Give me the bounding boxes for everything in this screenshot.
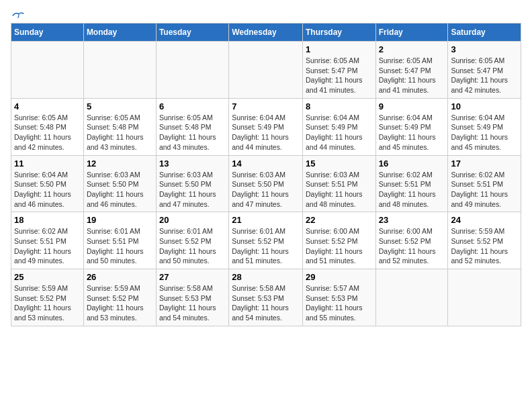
header-day-tuesday: Tuesday (156, 24, 228, 42)
day-number: 8 (306, 101, 373, 111)
day-number: 27 (159, 272, 226, 282)
day-info: Sunrise: 5:59 AMSunset: 5:52 PMDaylight:… (14, 283, 81, 323)
day-number: 22 (306, 215, 373, 225)
day-info: Sunrise: 6:03 AMSunset: 5:51 PMDaylight:… (306, 170, 373, 210)
day-info: Sunrise: 5:59 AMSunset: 5:52 PMDaylight:… (451, 226, 518, 266)
calendar-cell: 23Sunrise: 6:00 AMSunset: 5:52 PMDayligh… (375, 212, 448, 269)
week-row-5: 25Sunrise: 5:59 AMSunset: 5:52 PMDayligh… (11, 269, 521, 326)
calendar-cell: 28Sunrise: 5:58 AMSunset: 5:53 PMDayligh… (229, 269, 303, 326)
day-info: Sunrise: 5:57 AMSunset: 5:53 PMDaylight:… (306, 283, 373, 323)
day-number: 15 (306, 158, 373, 169)
day-info: Sunrise: 6:04 AMSunset: 5:49 PMDaylight:… (379, 113, 445, 152)
day-info: Sunrise: 6:03 AMSunset: 5:50 PMDaylight:… (159, 170, 226, 210)
calendar-cell (375, 269, 448, 326)
calendar-cell: 15Sunrise: 6:03 AMSunset: 5:51 PMDayligh… (302, 155, 375, 212)
calendar-cell: 14Sunrise: 6:03 AMSunset: 5:50 PMDayligh… (229, 155, 303, 212)
calendar-cell: 19Sunrise: 6:01 AMSunset: 5:51 PMDayligh… (83, 212, 156, 269)
day-info: Sunrise: 6:03 AMSunset: 5:50 PMDaylight:… (87, 170, 153, 210)
day-number: 20 (159, 215, 226, 225)
day-number: 28 (232, 272, 300, 282)
day-info: Sunrise: 6:05 AMSunset: 5:47 PMDaylight:… (379, 56, 445, 95)
calendar-cell: 7Sunrise: 6:04 AMSunset: 5:49 PMDaylight… (229, 98, 303, 155)
header-day-sunday: Sunday (11, 24, 84, 42)
logo (11, 11, 24, 17)
day-info: Sunrise: 6:02 AMSunset: 5:51 PMDaylight:… (379, 170, 445, 210)
day-info: Sunrise: 6:05 AMSunset: 5:47 PMDaylight:… (451, 56, 518, 95)
day-info: Sunrise: 6:05 AMSunset: 5:48 PMDaylight:… (14, 113, 81, 152)
calendar-cell: 6Sunrise: 6:05 AMSunset: 5:48 PMDaylight… (156, 98, 228, 155)
day-info: Sunrise: 6:05 AMSunset: 5:48 PMDaylight:… (159, 113, 226, 152)
day-number: 1 (306, 44, 373, 54)
header-day-wednesday: Wednesday (229, 24, 303, 42)
calendar-cell (448, 269, 521, 326)
calendar-cell: 2Sunrise: 6:05 AMSunset: 5:47 PMDaylight… (375, 42, 448, 99)
day-info: Sunrise: 5:58 AMSunset: 5:53 PMDaylight:… (159, 283, 226, 323)
calendar-cell (156, 42, 228, 99)
day-number: 16 (379, 158, 445, 169)
calendar-cell: 29Sunrise: 5:57 AMSunset: 5:53 PMDayligh… (302, 269, 375, 326)
calendar-cell: 5Sunrise: 6:05 AMSunset: 5:48 PMDaylight… (83, 98, 156, 155)
day-info: Sunrise: 6:01 AMSunset: 5:52 PMDaylight:… (159, 226, 226, 266)
day-info: Sunrise: 6:02 AMSunset: 5:51 PMDaylight:… (451, 170, 518, 210)
calendar-cell: 24Sunrise: 5:59 AMSunset: 5:52 PMDayligh… (448, 212, 521, 269)
day-number: 14 (232, 158, 300, 169)
day-info: Sunrise: 6:03 AMSunset: 5:50 PMDaylight:… (232, 170, 300, 210)
calendar-cell: 8Sunrise: 6:04 AMSunset: 5:49 PMDaylight… (302, 98, 375, 155)
calendar-cell (83, 42, 156, 99)
calendar-cell: 10Sunrise: 6:04 AMSunset: 5:49 PMDayligh… (448, 98, 521, 155)
day-info: Sunrise: 6:04 AMSunset: 5:49 PMDaylight:… (232, 113, 300, 152)
calendar-cell: 3Sunrise: 6:05 AMSunset: 5:47 PMDaylight… (448, 42, 521, 99)
day-number: 2 (379, 44, 445, 54)
day-number: 19 (87, 215, 153, 225)
day-number: 3 (451, 44, 518, 54)
week-row-2: 4Sunrise: 6:05 AMSunset: 5:48 PMDaylight… (11, 98, 521, 155)
calendar-cell (229, 42, 303, 99)
day-info: Sunrise: 6:04 AMSunset: 5:50 PMDaylight:… (14, 170, 81, 210)
day-number: 26 (87, 272, 153, 282)
day-info: Sunrise: 6:02 AMSunset: 5:51 PMDaylight:… (14, 226, 81, 266)
day-number: 18 (14, 215, 81, 225)
day-info: Sunrise: 6:00 AMSunset: 5:52 PMDaylight:… (306, 226, 373, 266)
day-info: Sunrise: 6:01 AMSunset: 5:51 PMDaylight:… (87, 226, 153, 266)
day-info: Sunrise: 6:05 AMSunset: 5:48 PMDaylight:… (87, 113, 153, 152)
calendar-cell: 16Sunrise: 6:02 AMSunset: 5:51 PMDayligh… (375, 155, 448, 212)
header-day-monday: Monday (83, 24, 156, 42)
day-info: Sunrise: 6:04 AMSunset: 5:49 PMDaylight:… (451, 113, 518, 152)
day-number: 5 (87, 101, 153, 111)
day-info: Sunrise: 6:04 AMSunset: 5:49 PMDaylight:… (306, 113, 373, 152)
calendar-cell: 25Sunrise: 5:59 AMSunset: 5:52 PMDayligh… (11, 269, 84, 326)
day-info: Sunrise: 5:58 AMSunset: 5:53 PMDaylight:… (232, 283, 300, 323)
day-number: 21 (232, 215, 300, 225)
week-row-1: 1Sunrise: 6:05 AMSunset: 5:47 PMDaylight… (11, 42, 521, 99)
day-number: 24 (451, 215, 518, 225)
calendar-cell: 11Sunrise: 6:04 AMSunset: 5:50 PMDayligh… (11, 155, 84, 212)
day-number: 25 (14, 272, 81, 282)
calendar-cell (11, 42, 84, 99)
calendar-cell: 9Sunrise: 6:04 AMSunset: 5:49 PMDaylight… (375, 98, 448, 155)
calendar-table: SundayMondayTuesdayWednesdayThursdayFrid… (11, 23, 521, 326)
calendar-cell: 20Sunrise: 6:01 AMSunset: 5:52 PMDayligh… (156, 212, 228, 269)
day-info: Sunrise: 5:59 AMSunset: 5:52 PMDaylight:… (87, 283, 153, 323)
logo-bird-icon (12, 11, 24, 20)
calendar-cell: 1Sunrise: 6:05 AMSunset: 5:47 PMDaylight… (302, 42, 375, 99)
day-number: 23 (379, 215, 445, 225)
day-number: 4 (14, 101, 81, 111)
page-header (11, 11, 521, 17)
calendar-cell: 17Sunrise: 6:02 AMSunset: 5:51 PMDayligh… (448, 155, 521, 212)
day-number: 29 (306, 272, 373, 282)
day-info: Sunrise: 6:01 AMSunset: 5:52 PMDaylight:… (232, 226, 300, 266)
header-day-friday: Friday (375, 24, 448, 42)
week-row-4: 18Sunrise: 6:02 AMSunset: 5:51 PMDayligh… (11, 212, 521, 269)
week-row-3: 11Sunrise: 6:04 AMSunset: 5:50 PMDayligh… (11, 155, 521, 212)
day-number: 17 (451, 158, 518, 169)
day-number: 6 (159, 101, 226, 111)
day-number: 7 (232, 101, 300, 111)
calendar-cell: 18Sunrise: 6:02 AMSunset: 5:51 PMDayligh… (11, 212, 84, 269)
day-number: 10 (451, 101, 518, 111)
calendar-cell: 12Sunrise: 6:03 AMSunset: 5:50 PMDayligh… (83, 155, 156, 212)
day-number: 13 (159, 158, 226, 169)
day-number: 12 (87, 158, 153, 169)
calendar-header-row: SundayMondayTuesdayWednesdayThursdayFrid… (11, 24, 521, 42)
calendar-cell: 22Sunrise: 6:00 AMSunset: 5:52 PMDayligh… (302, 212, 375, 269)
calendar-cell: 27Sunrise: 5:58 AMSunset: 5:53 PMDayligh… (156, 269, 228, 326)
